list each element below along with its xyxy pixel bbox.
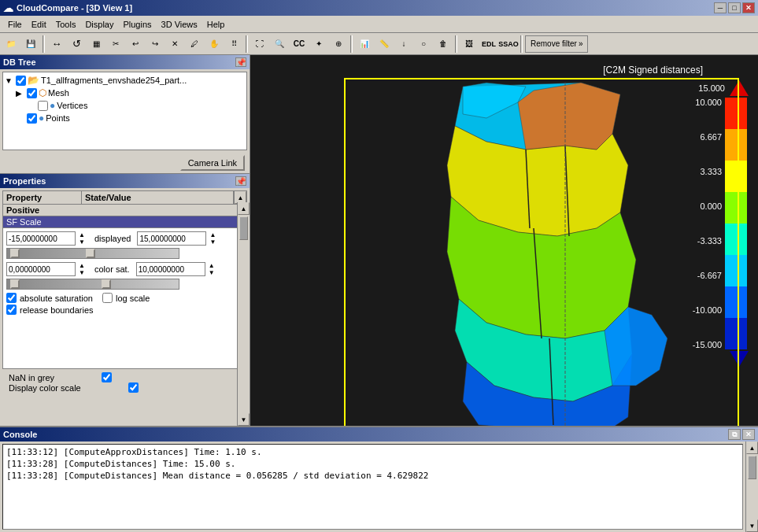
tb-img-button[interactable]: 🖼 [460,35,479,54]
props-table-body[interactable]: Positive SF Scale ▲ ▼ [2,204,247,369]
tree-item-2: ● Vertices [5,99,245,112]
zoom-icon: 🔍 [275,39,284,48]
tb-hand-button[interactable]: ✋ [205,35,224,54]
segment-icon: ✂ [113,39,119,48]
sf-min-up[interactable]: ▲ [79,231,88,238]
menu-plugins[interactable]: Plugins [118,18,156,31]
sf-slider-1-thumb-right[interactable] [86,249,95,258]
tree-expand-0[interactable]: ▼ [5,76,14,85]
console-scroll-down[interactable]: ▼ [746,519,758,532]
console-panel: Console ⧉ ✕ [11:33:12] [ComputeApproxDis… [0,426,758,532]
sf-slider-2-thumb[interactable] [10,279,20,289]
tree-check-1[interactable] [27,88,37,98]
tree-expand-1[interactable]: ▶ [16,89,25,98]
tb-translate-button[interactable]: ↔ [47,35,66,54]
sf-colorsat-max-input[interactable] [136,262,205,276]
maximize-button[interactable]: □ [728,2,741,13]
close-button[interactable]: ✕ [742,2,755,13]
tb-pick-button[interactable]: 🖊 [185,35,204,54]
tb-delete-button[interactable]: ✕ [165,35,184,54]
console-scroll-up[interactable]: ▲ [746,441,758,454]
nan-in-grey-checkbox[interactable] [102,372,112,382]
tree-label-1: Mesh [48,88,69,98]
props-scrollbar-thumb[interactable] [239,216,248,240]
sf-colorsat-min-up[interactable]: ▲ [79,262,88,269]
tree-check-3[interactable] [27,113,37,124]
props-vscroll-up[interactable]: ▲ [238,202,250,215]
tb-star-button[interactable]: ✦ [309,35,328,54]
tree-check-0[interactable] [16,76,26,86]
menu-edit[interactable]: Edit [27,18,51,31]
console-controls: ⧉ ✕ [728,429,755,440]
tb-segment-button[interactable]: ✂ [106,35,125,54]
db-tree-area[interactable]: ▼ 📂 T1_allfragments_envshade254_part... … [2,72,247,150]
tb-zoom-button[interactable]: 🔍 [270,35,289,54]
tb-ssao-button[interactable]: SSAO [499,35,518,54]
tb-forward-button[interactable]: ↪ [146,35,165,54]
title-bar: ☁ CloudCompare - [3D View 1] ─ □ ✕ [0,0,758,16]
tb-chart-button[interactable]: 📊 [355,35,374,54]
release-boundaries-checkbox[interactable] [6,305,17,315]
left-panel: DB Tree 📌 ▼ 📂 T1_allfragments_envshade25… [0,55,250,426]
sf-max-down[interactable]: ▼ [209,238,219,246]
db-tree-title-label: DB Tree [3,57,36,67]
sf-max-up[interactable]: ▲ [209,231,219,238]
tb-circle-button[interactable]: ○ [414,35,433,54]
tb-cross-button[interactable]: ⊕ [329,35,348,54]
sf-colorsat-min-down[interactable]: ▼ [79,269,88,276]
props-vscroll-down[interactable]: ▼ [238,413,250,426]
sf-slider-1-thumb[interactable] [10,249,20,258]
tb-cc-button[interactable]: CC [290,35,309,54]
tb-fullscreen-button[interactable]: ⛶ [250,35,269,54]
console-scroll-thumb[interactable] [748,456,756,479]
image-icon: 🖼 [465,39,473,48]
log-scale-checkbox[interactable] [102,293,113,303]
sf-slider-2-thumb-mid[interactable] [102,279,111,289]
sf-slider-2[interactable] [6,279,179,290]
display-color-scale-checkbox[interactable] [128,382,139,393]
camera-link-button[interactable]: Camera Link [180,155,245,171]
tree-label-0: T1_allfragments_envshade254_part... [41,76,187,85]
menu-tools[interactable]: Tools [51,18,81,31]
tb-ruler-button[interactable]: 📏 [375,35,394,54]
tb-trash-button[interactable]: 🗑 [434,35,453,54]
console-text-area[interactable]: [11:33:12] [ComputeApproxDistances] Time… [2,444,743,530]
abs-sat-row: absolute saturation log scale [6,293,243,303]
tree-check-2[interactable] [38,101,48,111]
console-undock-button[interactable]: ⧉ [728,429,741,440]
sf-min-input[interactable] [6,231,76,246]
db-tree-title-bar: DB Tree 📌 [0,55,250,69]
save-icon: 💾 [26,39,35,48]
tb-rotate-button[interactable]: ↺ [67,35,86,54]
sf-min-down[interactable]: ▼ [79,238,88,246]
tb-dots-button[interactable]: ⠿ [224,35,243,54]
abs-sat-checkbox[interactable] [6,293,17,303]
folder-icon-0: 📂 [28,75,39,86]
sf-max-input[interactable] [137,231,206,246]
sf-colorsat-max-up[interactable]: ▲ [209,262,218,269]
sf-colorsat-min-input[interactable] [6,262,76,276]
sf-min-max-row: ▲ ▼ displayed ▲ ▼ [6,231,243,246]
sf-slider-1[interactable] [6,248,179,259]
menu-file[interactable]: File [3,18,27,31]
sf-colorsat-max-down[interactable]: ▼ [209,269,218,276]
tb-edl-button[interactable]: EDL [479,35,498,54]
console-log-2: [11:33:28] [ComputeDistances] Mean dista… [6,470,739,482]
console-close-button[interactable]: ✕ [742,429,755,440]
minimize-button[interactable]: ─ [714,2,727,13]
menu-3dviews[interactable]: 3D Views [157,18,202,31]
db-tree-pin-button[interactable]: 📌 [235,57,246,67]
tb-open-button[interactable]: 📁 [2,35,20,54]
camera-link-label: Camera Link [188,158,237,168]
tb-back-button[interactable]: ↩ [126,35,145,54]
menu-display[interactable]: Display [80,18,118,31]
properties-pin-button[interactable]: 📌 [235,176,246,186]
view-3d[interactable]: [C2M Signed distances] 15.000 10.000 6.6… [250,55,758,426]
db-tree-panel: DB Tree 📌 ▼ 📂 T1_allfragments_envshade25… [0,55,250,174]
tb-arrow-down-button[interactable]: ↓ [394,35,413,54]
tb-list-button[interactable]: ▦ [87,35,105,54]
menu-help[interactable]: Help [202,18,230,31]
fullscreen-icon: ⛶ [256,39,264,48]
tb-save-button[interactable]: 💾 [21,35,40,54]
remove-filter-button[interactable]: Remove filter » [525,35,588,53]
